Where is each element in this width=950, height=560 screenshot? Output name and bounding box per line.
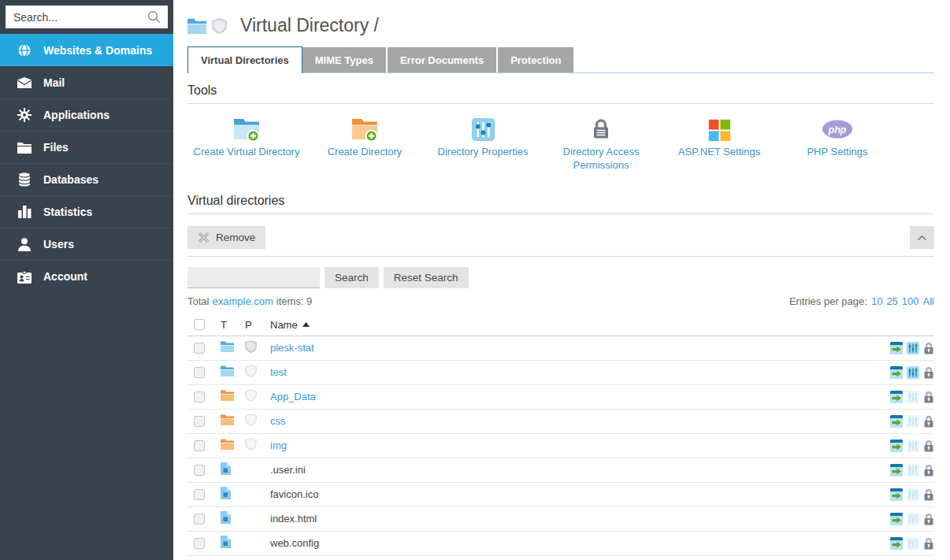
folder-icon <box>187 18 206 34</box>
collapse-button[interactable] <box>910 226 934 249</box>
row-checkbox[interactable] <box>194 440 205 451</box>
tool-label: Create Virtual Directory <box>187 146 306 159</box>
permissions-lock-icon[interactable] <box>923 488 934 501</box>
row-checkbox[interactable] <box>194 465 205 476</box>
table-row: web.config <box>187 532 934 556</box>
row-name-link[interactable]: img <box>270 439 287 451</box>
sidebar-item-files[interactable]: Files <box>0 131 173 163</box>
sidebar-nav: Websites & DomainsMailApplicationsFilesD… <box>0 34 173 292</box>
directory-properties-icon <box>907 464 919 477</box>
row-checkbox[interactable] <box>194 514 205 525</box>
open-in-browser-icon[interactable] <box>890 464 903 477</box>
row-checkbox[interactable] <box>194 489 205 500</box>
reset-search-button[interactable]: Reset Search <box>384 267 469 288</box>
permissions-lock-icon[interactable] <box>923 537 934 550</box>
directory-properties-icon <box>907 537 919 550</box>
sidebar-item-users[interactable]: Users <box>0 228 173 260</box>
tab-error-documents[interactable]: Error Documents <box>388 47 496 73</box>
tool-php-settings[interactable]: phpPHP Settings <box>778 111 896 172</box>
row-checkbox[interactable] <box>194 538 205 549</box>
remove-button[interactable]: Remove <box>187 226 265 249</box>
permissions-lock-icon[interactable] <box>923 464 934 477</box>
entries-option-10[interactable]: 10 <box>871 295 882 307</box>
tool-create-directory[interactable]: Create Directory <box>306 111 424 172</box>
table-row: test <box>187 361 934 385</box>
domain-link[interactable]: example.com <box>212 295 273 307</box>
page-title: Virtual Directory / <box>240 15 379 36</box>
list-search-button[interactable]: Search <box>325 267 379 288</box>
page-header: Virtual Directory / <box>187 0 934 36</box>
row-checkbox[interactable] <box>194 343 205 354</box>
row-name: web.config <box>270 537 319 549</box>
entries-option-100[interactable]: 100 <box>902 295 919 307</box>
sidebar-search <box>0 0 173 34</box>
select-all-checkbox[interactable] <box>194 319 205 330</box>
open-in-browser-icon[interactable] <box>890 439 903 452</box>
row-checkbox[interactable] <box>194 416 205 427</box>
tool-directory-properties[interactable]: Directory Properties <box>424 111 542 172</box>
open-in-browser-icon[interactable] <box>890 366 903 379</box>
entries-option-all[interactable]: All <box>923 295 934 307</box>
protection-shield-icon <box>245 438 257 453</box>
permissions-lock-icon[interactable] <box>923 439 934 452</box>
permissions-lock-icon[interactable] <box>923 366 934 379</box>
directory-properties-icon <box>907 439 919 452</box>
open-in-browser-icon[interactable] <box>890 488 903 501</box>
permissions-lock-icon[interactable] <box>923 391 934 403</box>
open-in-browser-icon[interactable] <box>890 513 903 525</box>
row-checkbox[interactable] <box>194 367 205 378</box>
row-name-link[interactable]: test <box>270 366 287 378</box>
entries-option-25[interactable]: 25 <box>886 295 897 307</box>
row-checkbox[interactable] <box>194 391 205 402</box>
row-name-link[interactable]: plesk-stat <box>270 342 314 354</box>
tool-directory-access-permissions[interactable]: Directory Access Permissions <box>542 111 660 172</box>
column-type[interactable]: T <box>221 319 245 331</box>
tab-virtual-directories[interactable]: Virtual Directories <box>187 46 302 73</box>
search-input[interactable] <box>6 6 168 28</box>
tab-mime-types[interactable]: MIME Types <box>302 47 386 73</box>
table-row: index.html <box>187 507 934 532</box>
remove-icon <box>198 232 210 243</box>
sidebar-item-mail[interactable]: Mail <box>0 66 173 98</box>
row-name-link[interactable]: App_Data <box>270 391 316 402</box>
permissions-lock-icon[interactable] <box>923 342 934 354</box>
virtual-directories-table: T P Name plesk-stattestApp_Datacssimg.us… <box>187 314 934 556</box>
tab-protection[interactable]: Protection <box>498 47 573 73</box>
file-icon <box>221 487 231 502</box>
directory-icon <box>221 439 234 452</box>
directory-icon <box>221 414 234 428</box>
sidebar-item-label: Statistics <box>43 206 92 218</box>
open-in-browser-icon[interactable] <box>890 342 903 354</box>
lock-icon <box>542 111 660 143</box>
tool-label: ASP.NET Settings <box>660 146 778 159</box>
sidebar-item-label: Websites & Domains <box>43 44 152 57</box>
sidebar-item-statistics[interactable]: Statistics <box>0 195 173 228</box>
directory-properties-icon[interactable] <box>907 342 919 354</box>
open-in-browser-icon[interactable] <box>890 537 903 550</box>
sidebar-item-account[interactable]: Account <box>0 260 173 292</box>
permissions-lock-icon[interactable] <box>923 415 934 428</box>
directory-properties-icon[interactable] <box>907 366 919 379</box>
column-protection[interactable]: P <box>245 319 270 331</box>
list-search-input[interactable] <box>187 267 320 288</box>
file-icon <box>221 462 231 477</box>
permissions-lock-icon[interactable] <box>923 513 934 525</box>
open-in-browser-icon[interactable] <box>890 415 903 428</box>
chevron-up-icon <box>917 232 927 243</box>
sidebar-item-label: Databases <box>43 173 98 186</box>
tools-row: Create Virtual DirectoryCreate Directory… <box>187 111 934 172</box>
sidebar-item-databases[interactable]: Databases <box>0 163 173 195</box>
open-in-browser-icon[interactable] <box>890 391 903 403</box>
row-name-link[interactable]: css <box>270 415 286 427</box>
directory-properties-icon <box>907 415 919 428</box>
tool-asp-net-settings[interactable]: ASP.NET Settings <box>660 111 778 172</box>
column-name[interactable]: Name <box>270 319 879 331</box>
tool-create-virtual-directory[interactable]: Create Virtual Directory <box>187 111 306 172</box>
sidebar-item-applications[interactable]: Applications <box>0 98 173 131</box>
sidebar-item-label: Users <box>43 238 74 250</box>
protection-shield-icon <box>245 389 257 404</box>
list-search-row: Search Reset Search <box>187 267 934 288</box>
search-icon[interactable] <box>147 9 161 28</box>
tools-heading: Tools <box>187 83 934 104</box>
sidebar-item-websites-domains[interactable]: Websites & Domains <box>0 34 173 66</box>
